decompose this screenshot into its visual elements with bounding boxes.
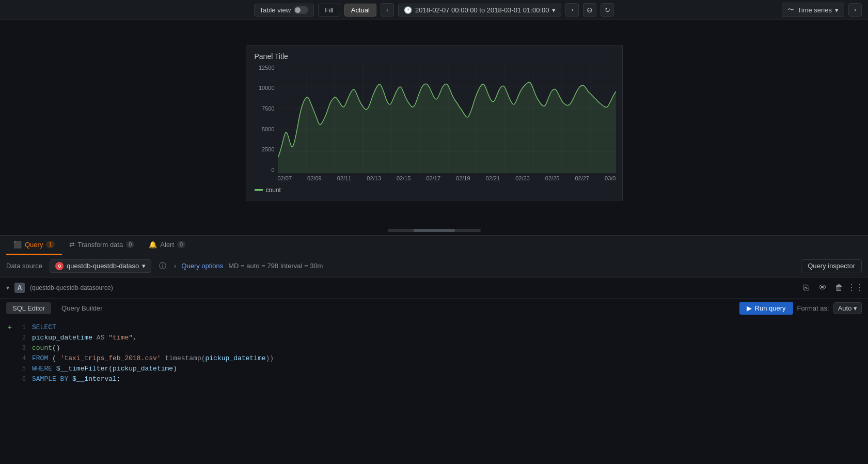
chevron-down-icon-ts: ▾ [835,6,839,14]
trash-icon[interactable]: 🗑 [833,282,845,294]
time-range-text: 2018-02-07 00:00:00 to 2018-03-01 01:00:… [415,6,549,14]
collapse-arrow[interactable]: ▾ [6,284,9,291]
query-row-actions: ⎘ 👁 🗑 ⋮⋮ [800,282,862,294]
menu-icon[interactable]: ⋮⋮ [849,282,862,294]
eye-icon[interactable]: 👁 [816,282,829,294]
code-content-1: SELECT [32,322,862,333]
line-gutter-4: 4 [6,353,32,364]
chart-wrapper: 12500 10000 7500 5000 2500 0 [255,65,616,183]
y-label-0: 0 [271,167,274,173]
time-series-label: Time series [797,6,832,14]
run-query-label: Run query [755,304,786,312]
y-label-5000: 5000 [262,126,274,132]
line-gutter-3: 3 [6,343,32,353]
run-query-button[interactable]: ▶ Run query [739,302,793,315]
top-bar-right: 〜 Time series ▾ › [782,3,862,17]
code-editor[interactable]: + 1 SELECT 2 pickup_datetime AS "time", [0,318,868,389]
copy-icon[interactable]: ⎘ [800,282,812,294]
chevron-down-ds: ▾ [142,262,146,270]
panel-menu-arrow[interactable]: › [848,3,862,17]
time-filter: $__timeFilter [56,365,108,373]
tab-alert[interactable]: 🔔 Alert 0 [141,236,193,255]
code-pickup: pickup_datetime [32,334,92,342]
tab-query[interactable]: ⬛ Query 1 [6,236,62,255]
query-letter-a: A [14,283,25,293]
next-arrow[interactable]: › [565,3,579,17]
table-view-label: Table view [260,6,291,14]
code-line-3: 3 count() [0,343,868,353]
x-label-0207: 02/07 [278,175,292,181]
query-inspector-button[interactable]: Query inspector [801,259,862,272]
format-value: Auto [838,304,852,312]
code-content-5: WHERE $__timeFilter(pickup_datetime) [32,364,862,374]
keyword-select: SELECT [32,323,56,331]
time-range-display[interactable]: 🕐 2018-02-07 00:00:00 to 2018-03-01 01:0… [398,4,562,17]
query-options-bar: Data source Q questdb-questdb-dataso ▾ ⓘ… [0,255,868,277]
x-label-0217: 02/17 [426,175,440,181]
time-series-button[interactable]: 〜 Time series ▾ [782,3,844,17]
actual-button[interactable]: Actual [344,4,376,17]
x-label-0215: 02/15 [397,175,411,181]
sql-editor-tab[interactable]: SQL Editor [6,302,51,314]
code-line-5: 5 WHERE $__timeFilter(pickup_datetime) [0,364,868,374]
line-number-6: 6 [18,374,26,384]
legend-line [255,189,263,191]
line-number-2: 2 [18,333,26,343]
query-badge: 1 [46,241,54,248]
x-label-0223: 02/23 [515,175,530,181]
x-axis: 02/07 02/09 02/11 02/13 02/15 02/17 02/1… [278,173,616,183]
legend-label: count [266,187,281,194]
line-number-1: 1 [18,322,26,333]
chart-svg [278,65,616,173]
chevron-down-format: ▾ [854,304,857,312]
expand-arrow: › [174,262,176,270]
query-builder-tab[interactable]: Query Builder [55,302,108,314]
fill-button[interactable]: Fill [318,4,340,17]
panel-container: Panel Title 12500 10000 7500 5000 2500 0 [246,45,623,200]
code-content-3: count() [32,343,862,353]
main-area: Panel Title 12500 10000 7500 5000 2500 0 [0,20,868,462]
x-label-0221: 02/21 [486,175,500,181]
x-label-0209: 02/09 [307,175,322,181]
scroll-thumb[interactable] [414,229,455,232]
transform-tab-label: Transform data [78,241,123,249]
toggle-switch[interactable] [294,6,308,14]
datasource-name: questdb-questdb-dataso [67,262,139,270]
y-label-2500: 2500 [262,146,274,152]
scroll-bar [388,229,481,232]
panel-title: Panel Title [255,52,614,60]
x-label-0227: 02/27 [575,175,589,181]
x-label-0225: 02/25 [545,175,560,181]
refresh-button[interactable]: ↻ [601,3,614,17]
clock-icon: 🕐 [404,6,412,14]
zoom-out-button[interactable]: ⊖ [583,3,596,17]
x-label-0211: 02/11 [337,175,352,181]
add-line-button[interactable]: + [6,322,13,333]
code-content-2: pickup_datetime AS "time", [32,333,862,343]
line-gutter-2: 2 [6,333,32,343]
tab-transform[interactable]: ⇄ Transform data 0 [62,236,142,255]
y-label-12500: 12500 [259,65,275,71]
datasource-selector[interactable]: Q questdb-questdb-dataso ▾ [50,259,151,273]
chart-inner [278,65,616,173]
prev-arrow[interactable]: ‹ [381,3,394,17]
x-label-0219: 02/19 [456,175,470,181]
query-options-link[interactable]: Query options [181,262,223,270]
chart-legend: count [255,187,614,194]
query-tab-label: Query [25,241,43,249]
info-button[interactable]: ⓘ [156,260,169,272]
play-icon: ▶ [747,304,752,312]
code-line-1: + 1 SELECT [0,322,868,333]
y-axis: 12500 10000 7500 5000 2500 0 [255,65,278,173]
datasource-label: Data source [6,262,42,270]
format-select[interactable]: Auto ▾ [833,302,862,314]
table-view-toggle[interactable]: Table view [254,4,314,17]
alert-tab-label: Alert [160,241,174,249]
chart-icon: 〜 [787,5,794,14]
scroll-indicator [0,226,868,235]
query-tabs: ⬛ Query 1 ⇄ Transform data 0 🔔 Alert 0 [0,235,868,255]
alert-badge: 0 [177,241,185,248]
editor-toolbar: SQL Editor Query Builder ▶ Run query For… [0,299,868,318]
transform-icon: ⇄ [69,241,75,249]
questdb-icon: Q [55,262,64,270]
